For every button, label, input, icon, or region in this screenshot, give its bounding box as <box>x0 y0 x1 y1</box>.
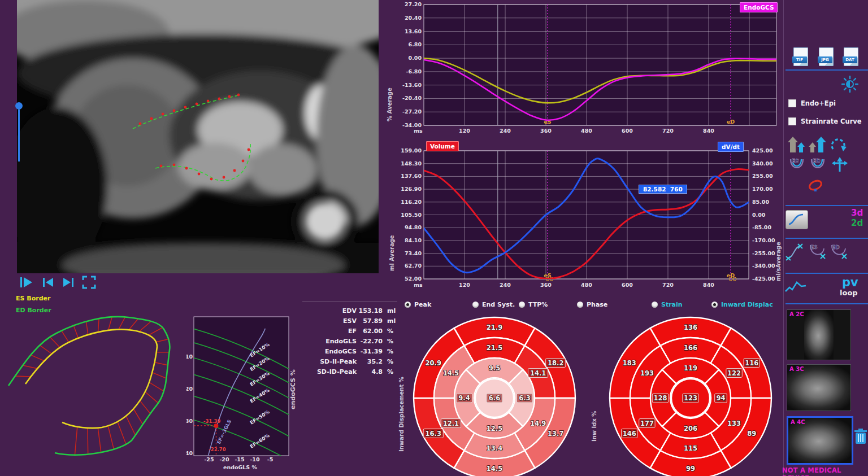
svg-text:600: 600 <box>622 282 633 288</box>
checkbox-icon <box>788 99 796 107</box>
reset-contour-button[interactable] <box>830 136 848 156</box>
svg-text:eS: eS <box>544 272 551 278</box>
radio-icon <box>405 302 411 308</box>
export-dat-button[interactable]: DAT <box>844 47 858 66</box>
svg-text:13.4: 13.4 <box>487 444 502 452</box>
move-contour-button[interactable] <box>831 156 850 177</box>
strain-chart[interactable]: 27.2020.4013.606.800.00-6.80-13.60-20.40… <box>396 0 783 141</box>
edit-ed-spline-button[interactable]: ED <box>828 243 849 263</box>
volume-left-axis-label: ml Average <box>389 235 395 271</box>
svg-text:6.3: 6.3 <box>519 394 530 402</box>
sidebar-divider <box>785 303 868 304</box>
svg-text:ms: ms <box>414 128 423 134</box>
brightness-contrast-button[interactable] <box>841 76 858 95</box>
svg-text:6.6: 6.6 <box>489 394 500 402</box>
svg-text:14.1: 14.1 <box>530 369 546 377</box>
es-contour-button[interactable]: ES <box>787 156 806 177</box>
edit-es-spline-button[interactable]: ES <box>807 243 827 263</box>
frame-slider[interactable] <box>15 102 23 164</box>
fullscreen-button[interactable] <box>81 275 97 290</box>
sidebar-divider <box>785 238 868 239</box>
slider-knob-icon[interactable] <box>15 102 23 110</box>
thumbnail-a2c[interactable]: A 2C <box>787 309 851 360</box>
mri-image <box>17 0 379 273</box>
svg-text:-425.00: -425.00 <box>752 276 775 282</box>
curve-display-button[interactable] <box>785 210 808 229</box>
measurement-row: SD-ID-Peak4.8% <box>302 367 397 377</box>
radio-peak[interactable]: Peak <box>405 301 431 308</box>
endo-arrows-button[interactable] <box>787 136 805 156</box>
sidebar-divider <box>785 205 868 206</box>
svg-text:128: 128 <box>653 394 667 402</box>
checkbox-strainrate-curve[interactable]: Strainrate Curve <box>788 117 862 125</box>
svg-text:20.40: 20.40 <box>405 15 422 21</box>
epi-arrows-button[interactable] <box>808 136 826 156</box>
radio-phase[interactable]: Phase <box>577 301 607 308</box>
svg-text:122: 122 <box>727 369 741 377</box>
svg-text:-170.00: -170.00 <box>752 237 775 243</box>
radio-strain[interactable]: Strain <box>652 301 683 308</box>
edit-spline-button[interactable] <box>785 243 806 263</box>
measurement-row: SD-II-Peak35.2% <box>302 357 397 367</box>
play-button[interactable] <box>19 275 34 290</box>
cardiac-strain-analysis-app: ES Border ED Border -31.39-22.70EF=10%EF… <box>0 0 868 476</box>
svg-text:360: 360 <box>540 128 552 134</box>
previous-frame-button[interactable] <box>41 275 56 290</box>
volume-legend-chip[interactable]: Volume <box>426 141 459 151</box>
svg-text:-5: -5 <box>267 456 274 462</box>
pv-curve-icon <box>784 279 807 296</box>
svg-text:119: 119 <box>684 364 697 372</box>
svg-text:-25: -25 <box>204 456 214 462</box>
svg-text:eD: eD <box>727 119 735 125</box>
svg-text:12.1: 12.1 <box>443 420 459 427</box>
next-frame-button[interactable] <box>61 275 76 290</box>
export-tif-button[interactable]: TIF <box>793 47 808 66</box>
svg-text:116: 116 <box>745 359 758 367</box>
delete-view-button[interactable] <box>853 428 868 447</box>
endogcs-legend-chip[interactable]: EndoGCS <box>740 2 778 12</box>
export-jpg-button[interactable]: JPG <box>819 47 834 66</box>
radio-ttp[interactable]: TTP% <box>519 301 548 308</box>
measurement-row: ESV57.89ml <box>302 316 397 326</box>
svg-text:-15: -15 <box>235 456 244 462</box>
dvdt-legend-chip[interactable]: dV/dt <box>718 142 744 152</box>
svg-text:159.00: 159.00 <box>401 147 422 154</box>
checkbox-endo-epi[interactable]: Endo+Epi <box>788 99 836 107</box>
svg-text:13.60: 13.60 <box>405 28 422 34</box>
svg-text:-27.20: -27.20 <box>402 108 422 115</box>
svg-text:-10: -10 <box>186 353 193 360</box>
svg-text:-20.40: -20.40 <box>402 95 422 101</box>
redo-rotate-icon <box>830 136 848 154</box>
mode-3d-button[interactable]: 3d <box>851 208 863 218</box>
thumbnail-a4c[interactable]: A 4C <box>787 416 853 465</box>
svg-text:ED: ED <box>813 158 821 164</box>
loop-label[interactable]: loop <box>840 289 858 297</box>
ef-nomogram-plot[interactable]: -31.39-22.70EF=10%EF=20%EF=30%EF=40%EF=5… <box>186 313 300 476</box>
loop-tool-button[interactable] <box>807 178 824 196</box>
svg-text:170.00: 170.00 <box>752 186 773 192</box>
svg-text:480: 480 <box>581 282 592 288</box>
svg-text:-22.70: -22.70 <box>209 447 225 452</box>
svg-text:0.00: 0.00 <box>752 212 766 218</box>
radio-inward-displac[interactable]: Inward Displac <box>711 301 773 308</box>
mri-cine-viewport[interactable] <box>17 0 379 273</box>
checkbox-icon <box>788 117 796 125</box>
svg-text:ES: ES <box>792 158 799 164</box>
thumbnail-a3c[interactable]: A 3C <box>787 364 851 411</box>
brightness-icon <box>841 76 858 93</box>
svg-text:116.20: 116.20 <box>401 199 422 205</box>
pv-label[interactable]: pv <box>842 277 858 288</box>
bullseye-inward-index[interactable]: 1361168999146183166122133115177193119942… <box>608 313 773 476</box>
pv-loop-button[interactable] <box>784 279 807 298</box>
ed-contour-button[interactable]: ED <box>808 156 827 177</box>
next-frame-icon <box>61 275 76 290</box>
bullseye-inward-displacement[interactable]: 21.918.213.714.516.320.921.514.114.913.4… <box>412 313 577 476</box>
svg-text:14.5: 14.5 <box>443 369 459 377</box>
volume-tooltip: 82.582 760 <box>639 185 687 194</box>
svg-text:21.5: 21.5 <box>487 344 502 352</box>
svg-text:177: 177 <box>640 420 654 427</box>
svg-text:120: 120 <box>459 128 470 134</box>
radio-end-syst[interactable]: End Syst. <box>472 301 515 308</box>
mode-2d-button[interactable]: 2d <box>851 218 863 228</box>
volume-chart[interactable]: 159.00425.00148.30340.00137.60255.00126.… <box>396 141 791 299</box>
